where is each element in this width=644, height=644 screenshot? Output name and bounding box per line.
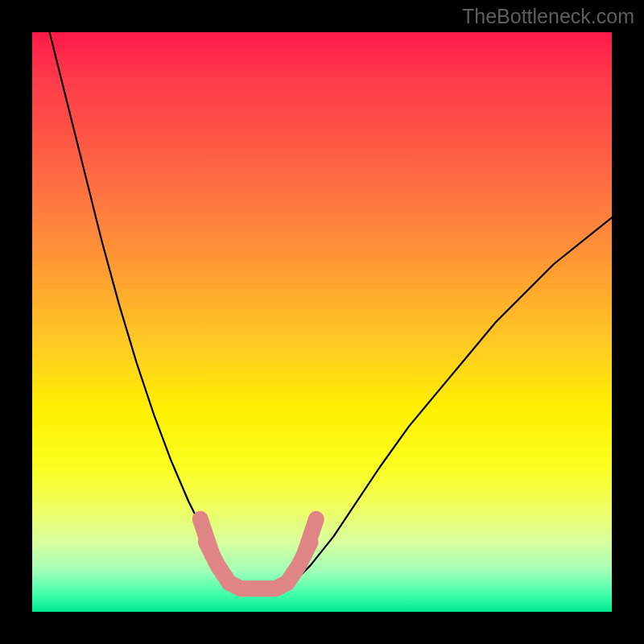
chart-svg bbox=[32, 32, 612, 612]
marker-cluster bbox=[200, 519, 316, 588]
watermark-label: TheBottleneck.com bbox=[462, 5, 634, 28]
plot-area bbox=[32, 32, 612, 612]
curve-left bbox=[50, 32, 264, 588]
